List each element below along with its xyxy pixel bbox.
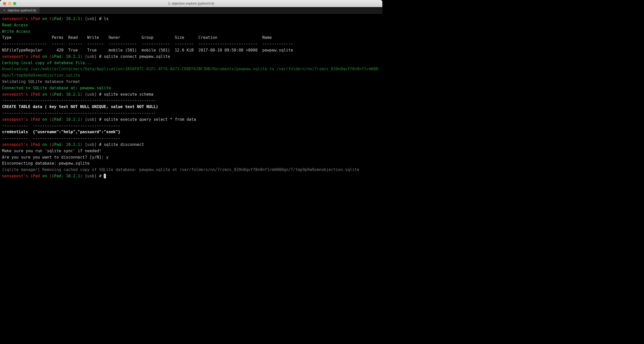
close-window-icon[interactable] [3, 2, 6, 5]
disconnect-confirm: Are you sure you want to disconnect? [y/… [2, 155, 109, 160]
ls-header: Type Perms Read Write Owner Group Size C… [2, 35, 272, 40]
write-access-label: Write Access [2, 29, 30, 34]
close-tab-icon[interactable]: ✕ [3, 9, 6, 12]
prompt-host: sensepost's iPad [2, 16, 40, 21]
tab-label: objection (python3.6) [8, 9, 36, 12]
ls-divider: ------------------- ----- ------ -------… [2, 42, 293, 46]
read-access-label: Read Access [2, 23, 28, 27]
connect-validating: Validating SQLite database format [2, 79, 80, 84]
prompt-conn: [usb] [85, 16, 97, 21]
disconnect-msg: Disconnecting database: pewpew.sqlite [2, 161, 90, 166]
query-divider: ----------- ----------------------------… [2, 124, 120, 128]
minimize-window-icon[interactable] [8, 2, 11, 5]
tab-objection[interactable]: ✕ objection (python3.6) [0, 7, 40, 13]
schema-row: CREATE TABLE data ( key text NOT NULL UN… [2, 105, 158, 109]
terminal-body[interactable]: sensepost's iPad on (iPad: 10.2.1) [usb]… [0, 14, 382, 203]
schema-divider-2: ----------------------------------------… [2, 111, 156, 115]
query-row: credentials {"username":"help","password… [2, 130, 120, 134]
prompt-on: on [42, 16, 47, 21]
titlebar[interactable]: 2. objection explore (python3.6) [0, 0, 382, 7]
cmd-schema: sqlite execute schema [104, 92, 153, 97]
ls-row: NSFileTypeRegular 420 True True mobile (… [2, 48, 293, 53]
connect-downloading: Downloading /var/mobile/Containers/Data/… [2, 67, 378, 78]
maximize-window-icon[interactable] [13, 2, 16, 5]
window-title: 2. objection explore (python3.6) [0, 2, 382, 5]
schema-divider: ----------------------------------------… [2, 98, 156, 103]
cmd-connect: sqlite connect pewpew.sqlite [104, 54, 170, 59]
cursor-icon [104, 174, 106, 178]
connect-caching: Caching local copy of database file... [2, 61, 92, 65]
disconnect-warn: Make sure you run 'sqlite sync' if neede… [2, 149, 101, 153]
tabbar: ✕ objection (python3.6) [0, 7, 382, 14]
disconnect-removing: [sqlite manager] Removing cached copy of… [2, 167, 359, 172]
connect-connected: Connected to SQLite database at: pewpew.… [2, 86, 111, 90]
cmd-ls: ls [104, 16, 109, 21]
query-divider-2: ----------- ----------------------------… [2, 136, 120, 141]
traffic-lights [0, 2, 16, 5]
prompt-device: (iPad: 10.2.1) [49, 16, 83, 21]
cmd-disconnect: sqlite disconnect [104, 142, 144, 147]
cmd-query: sqlite execute query select * from data [104, 117, 196, 122]
terminal-window: 2. objection explore (python3.6) ✕ objec… [0, 0, 382, 203]
